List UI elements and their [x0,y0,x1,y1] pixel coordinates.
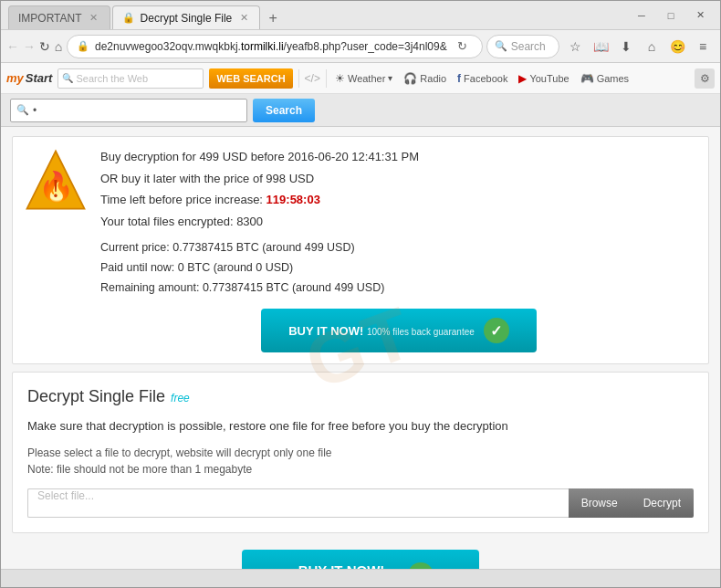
buy-bottom-check-icon: ✓ [408,562,434,569]
toolbar-separator-2 [326,69,327,88]
buy-now-button[interactable]: BUY IT NOW! 100% files back guarantee ✓ [261,309,537,352]
address-bar[interactable]: 🔒 de2nuvwegoo32oqv.mwqkbkj.tormilki.li/y… [67,35,483,58]
check-circle-icon: ✓ [484,318,509,343]
status-bar [1,569,720,587]
web-search-icon: 🔍 [62,73,73,83]
ransom-current-price: Current price: 0.77387415 BTC (around 49… [100,239,697,257]
btc-section: Current price: 0.77387415 BTC (around 49… [100,239,697,296]
tab-important-close[interactable]: ✕ [88,12,100,25]
mystart-my: my [6,71,24,85]
toolbar-separator-1 [298,69,299,88]
tab-important[interactable]: IMPORTANT ✕ [8,5,110,29]
tab-important-label: IMPORTANT [18,12,82,25]
tab-list: IMPORTANT ✕ 🔒 Decrypt Single File ✕ + [8,1,629,29]
new-tab-button[interactable]: + [262,7,284,29]
tab-decrypt[interactable]: 🔒 Decrypt Single File ✕ [112,5,261,29]
radio-icon: 🎧 [403,72,417,85]
code-icon: </> [305,72,320,85]
decrypt-title-text: Decrypt Single File [27,387,165,406]
file-placeholder: Select file... [37,489,94,502]
browse-button[interactable]: Browse [569,488,631,518]
decrypt-button[interactable]: Decrypt [631,488,694,518]
main-search-icon: 🔍 [16,104,29,116]
main-search-value: • [33,104,37,117]
main-search-input[interactable]: 🔍 • [10,99,247,122]
facebook-link[interactable]: f Facebook [455,72,510,85]
decrypt-section: Decrypt Single File free Make sure that … [12,372,709,533]
radio-link[interactable]: 🎧 Radio [401,72,449,85]
menu-icon[interactable]: ≡ [691,35,715,58]
ransom-info-box: 🔥 ! Buy decryption for 499 USD before 20… [12,136,709,364]
nav-search-placeholder: Search [511,40,546,53]
nav-icon-group: ☆ 📖 ⬇ ⌂ 😊 ≡ [563,35,715,58]
search-web-input[interactable]: 🔍 Search the Web [57,68,204,89]
decrypt-note2: Note: file should not be more than 1 meg… [27,463,694,476]
file-input[interactable]: Select file... [27,488,569,518]
ransom-paid: Paid until now: 0 BTC (around 0 USD) [100,259,697,277]
mystart-logo: myStart [6,71,52,85]
forward-button[interactable]: → [23,35,36,58]
search-icon: 🔍 [495,40,507,52]
bookmark-icon[interactable]: ☆ [563,35,587,58]
tab-decrypt-close[interactable]: ✕ [237,12,250,25]
buy-guarantee-text: 100% files back guarantee [367,327,475,337]
free-badge: free [171,392,190,404]
toolbar-settings-button[interactable]: ⚙ [695,68,715,89]
content-area: GT 🔥 ! Buy decryption for 499 USD before… [1,127,720,569]
ransom-files-label: Your total files encrypted: [100,215,234,228]
address-text: de2nuvwegoo32oqv.mwqkbkj.tormilki.li/yea… [95,40,447,53]
tab-decrypt-label: Decrypt Single File [141,12,233,25]
ransom-files-line: Your total files encrypted: 8300 [100,213,697,231]
main-search-button[interactable]: Search [253,99,315,122]
ransom-files-value: 8300 [236,215,263,228]
ransom-timer-label: Time left before price increase: [100,193,263,206]
ransom-remaining: Remaining amount: 0.77387415 BTC (around… [100,279,697,297]
refresh-button[interactable]: ↻ [39,35,50,58]
weather-label: Weather [348,73,385,84]
games-icon: 🎮 [580,72,594,85]
note-text: file should not be more than 1 megabyte [57,463,252,476]
note-label: Note: [27,463,54,476]
youtube-link[interactable]: ▶ YouTube [516,72,571,85]
search-web-placeholder: Search the Web [76,73,148,84]
svg-text:!: ! [51,173,60,203]
close-button[interactable]: ✕ [687,5,713,26]
games-label: Games [597,73,629,84]
maximize-button[interactable]: □ [658,5,684,26]
profile-icon[interactable]: 😊 [665,35,689,58]
ransom-timer-line: Time left before price increase: 119:58:… [100,191,697,209]
address-refresh-icon[interactable]: ↻ [453,37,473,57]
back-button[interactable]: ← [6,35,19,58]
buy-now-label: BUY IT NOW! 100% files back guarantee [288,324,475,338]
warning-icon: 🔥 ! [24,148,88,212]
browser-window: IMPORTANT ✕ 🔒 Decrypt Single File ✕ + ─ … [0,0,721,588]
weather-arrow: ▾ [388,73,392,83]
decrypt-description: Make sure that decryption is possible, r… [27,417,694,436]
navigation-bar: ← → ↻ ⌂ 🔒 de2nuvwegoo32oqv.mwqkbkj.tormi… [1,30,720,63]
page-content: GT 🔥 ! Buy decryption for 499 USD before… [1,127,720,569]
home-button[interactable]: ⌂ [54,35,63,58]
download-icon[interactable]: ⬇ [614,35,638,58]
decrypt-note1: Please select a file to decrypt, website… [27,446,694,459]
weather-icon: ☀ [335,72,345,85]
youtube-label: YouTube [529,73,569,84]
favorites-icon[interactable]: ⌂ [640,35,664,58]
buy-bottom-label: BUY IT NOW! [287,562,395,569]
ransom-line1: Buy decryption for 499 USD before 2016-0… [100,148,697,166]
file-select-row: Select file... Browse Decrypt [27,488,694,518]
games-link[interactable]: 🎮 Games [578,72,632,85]
minimize-button[interactable]: ─ [629,5,654,26]
radio-label: Radio [420,73,446,84]
facebook-icon: f [457,72,461,85]
buy-now-bottom-button[interactable]: BUY IT NOW! 100% files back guarantee ✓ [242,550,479,569]
read-icon[interactable]: 📖 [589,35,612,58]
web-search-button[interactable]: WEB SEARCH [209,68,292,89]
mystart-toolbar: myStart 🔍 Search the Web WEB SEARCH </> … [1,63,720,94]
buy-bottom-text: BUY IT NOW! 100% files back guarantee [287,562,395,569]
weather-link[interactable]: ☀ Weather ▾ [332,72,395,85]
mystart-start: Start [26,71,53,85]
lock-icon: 🔒 [77,40,89,52]
nav-search-box[interactable]: 🔍 Search [486,35,559,58]
search-row: 🔍 • Search [1,94,720,127]
title-bar: IMPORTANT ✕ 🔒 Decrypt Single File ✕ + ─ … [1,1,720,30]
